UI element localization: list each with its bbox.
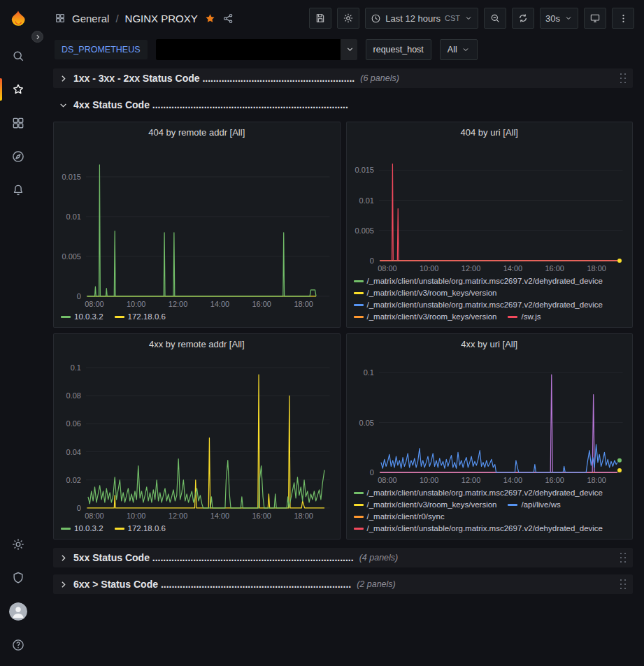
panel-title[interactable]: 404 by uri [All] — [347, 122, 633, 142]
zoom-out-icon — [489, 13, 501, 24]
variable-host-select[interactable] — [156, 39, 357, 60]
dashboard-row-4xx[interactable]: 4xx Status Code ........................… — [53, 95, 633, 115]
legend-item[interactable]: 172.18.0.6 — [115, 311, 166, 323]
chevron-right-icon — [59, 580, 68, 589]
svg-text:12:00: 12:00 — [169, 512, 187, 520]
page-title[interactable]: NGINX PROXY — [125, 13, 198, 24]
legend-item[interactable]: /sw.js — [508, 311, 541, 323]
svg-text:0.04: 0.04 — [66, 448, 81, 456]
gear-icon — [343, 13, 354, 24]
legend-item[interactable]: /_matrix/client/v3/room_keys/version — [354, 287, 497, 299]
legend-item[interactable]: /_matrix/client/r0/sync — [354, 511, 445, 523]
refresh-interval-picker[interactable]: 30s — [540, 8, 578, 29]
legend-item[interactable]: /_matrix/client/v3/room_keys/version — [354, 311, 497, 323]
timeseries-chart[interactable]: 00.050.108:0010:0012:0014:0016:0018:00 — [347, 354, 633, 486]
breadcrumb-separator: / — [115, 13, 118, 24]
main-area: General / NGINX PROXY Last 12 hours CST — [36, 0, 644, 666]
panel-title[interactable]: 4xx by uri [All] — [347, 334, 633, 354]
sidebar-item-search[interactable] — [0, 39, 36, 73]
star-icon — [11, 82, 25, 96]
svg-text:10:00: 10:00 — [127, 300, 145, 308]
legend-item[interactable]: /_matrix/client/v3/room_keys/version — [354, 499, 497, 511]
series-label: /_matrix/client/unstable/org.matrix.msc2… — [367, 487, 603, 499]
navbar-actions: Last 12 hours CST 30s — [309, 8, 634, 29]
save-dashboard-button[interactable] — [309, 8, 331, 29]
chevron-down-icon — [564, 14, 573, 22]
sidebar-item-starred[interactable] — [0, 73, 36, 106]
kebab-menu-button[interactable] — [612, 8, 634, 29]
sidebar-item-alerting[interactable] — [0, 173, 36, 207]
series-color-swatch — [115, 316, 124, 318]
row-drag-handle[interactable] — [619, 551, 627, 564]
sidebar-item-profile[interactable] — [0, 595, 36, 628]
row-panel-count: (4 panels) — [359, 553, 399, 563]
svg-text:14:00: 14:00 — [503, 264, 522, 273]
sidebar-expand-button[interactable] — [31, 31, 43, 43]
panel-404-by-remote-addr: 404 by remote addr [All] 00.0050.010.015… — [53, 122, 341, 328]
monitor-icon — [589, 13, 601, 24]
panel-legend: 10.0.3.2172.18.0.6 — [54, 310, 340, 327]
sidebar-item-dashboards[interactable] — [0, 106, 36, 140]
timeseries-chart[interactable]: 00.020.040.060.080.108:0010:0012:0014:00… — [54, 354, 340, 522]
svg-text:14:00: 14:00 — [210, 300, 229, 308]
svg-text:10:00: 10:00 — [420, 476, 438, 484]
compass-icon — [11, 150, 25, 164]
breadcrumb-section[interactable]: General — [72, 13, 109, 24]
legend-item[interactable]: /_matrix/client/unstable/org.matrix.msc2… — [354, 299, 603, 311]
favorite-star-icon[interactable] — [204, 13, 216, 24]
panel-legend: /_matrix/client/unstable/org.matrix.msc2… — [347, 275, 633, 327]
timeseries-chart[interactable]: 00.0050.010.01508:0010:0012:0014:0016:00… — [54, 142, 340, 310]
refresh-button[interactable] — [512, 8, 534, 29]
legend-item[interactable]: 10.0.3.2 — [61, 523, 103, 535]
panel-title[interactable]: 4xx by remote addr [All] — [54, 334, 340, 354]
series-label: /_matrix/client/unstable/org.matrix.msc2… — [367, 275, 603, 287]
svg-text:18:00: 18:00 — [294, 512, 313, 520]
series-color-swatch — [354, 280, 364, 282]
sidebar-item-help[interactable] — [0, 628, 36, 662]
panel-legend: /_matrix/client/unstable/org.matrix.msc2… — [347, 486, 633, 539]
svg-text:0.01: 0.01 — [359, 196, 373, 205]
sidebar-item-server-admin[interactable] — [0, 561, 36, 595]
panel-4xx-by-remote-addr: 4xx by remote addr [All] 00.020.040.060.… — [53, 333, 341, 540]
dashboard-row-5xx[interactable]: 5xx Status Code ........................… — [53, 548, 633, 567]
apps-icon — [11, 116, 25, 130]
series-color-swatch — [115, 528, 124, 530]
variable-ds-prometheus[interactable]: DS_PROMETHEUS — [55, 40, 148, 59]
legend-item[interactable]: /_matrix/client/unstable/org.matrix.msc2… — [354, 487, 603, 499]
svg-text:14:00: 14:00 — [210, 512, 229, 520]
dashboard-row-6xx[interactable]: 6xx > Status Code ......................… — [53, 574, 633, 594]
time-range-label: Last 12 hours — [385, 13, 441, 24]
row-drag-handle[interactable] — [619, 578, 627, 591]
sidebar-item-configuration[interactable] — [0, 528, 36, 561]
share-icon[interactable] — [222, 13, 234, 24]
top-navbar: General / NGINX PROXY Last 12 hours CST — [36, 0, 644, 36]
series-label: /sw.js — [521, 311, 541, 323]
legend-item[interactable]: 172.18.0.6 — [115, 523, 166, 535]
svg-text:18:00: 18:00 — [587, 476, 606, 484]
sidebar — [0, 0, 36, 666]
grafana-logo[interactable] — [0, 0, 36, 39]
series-label: /_matrix/client/v3/room_keys/version — [367, 311, 497, 323]
dashboard-row-1xx[interactable]: 1xx - 3xx - 2xx Status Code ............… — [53, 68, 633, 88]
dashboard-settings-button[interactable] — [337, 8, 359, 29]
zoom-out-button[interactable] — [484, 8, 506, 29]
legend-item[interactable]: 10.0.3.2 — [61, 311, 103, 323]
svg-text:08:00: 08:00 — [85, 300, 103, 308]
svg-text:16:00: 16:00 — [545, 476, 564, 484]
svg-text:0.1: 0.1 — [71, 363, 81, 372]
chevron-right-icon — [59, 553, 68, 563]
legend-item[interactable]: /api/live/ws — [508, 499, 560, 511]
chevron-down-icon — [464, 14, 473, 22]
row-drag-handle[interactable] — [619, 72, 627, 85]
variable-request-host-value[interactable]: All — [440, 39, 478, 60]
legend-item[interactable]: /_matrix/client/unstable/org.matrix.msc2… — [354, 523, 603, 535]
timeseries-chart[interactable]: 00.0050.010.01508:0010:0012:0014:0016:00… — [347, 142, 633, 275]
panel-title[interactable]: 404 by remote addr [All] — [54, 122, 340, 142]
grafana-flame-icon — [8, 9, 29, 30]
sidebar-item-explore[interactable] — [0, 140, 36, 173]
legend-item[interactable]: /_matrix/client/unstable/org.matrix.msc2… — [354, 275, 603, 287]
time-range-picker[interactable]: Last 12 hours CST — [365, 8, 478, 29]
svg-text:0.06: 0.06 — [66, 419, 81, 428]
tv-mode-button[interactable] — [584, 8, 606, 29]
svg-text:0.015: 0.015 — [355, 166, 373, 174]
